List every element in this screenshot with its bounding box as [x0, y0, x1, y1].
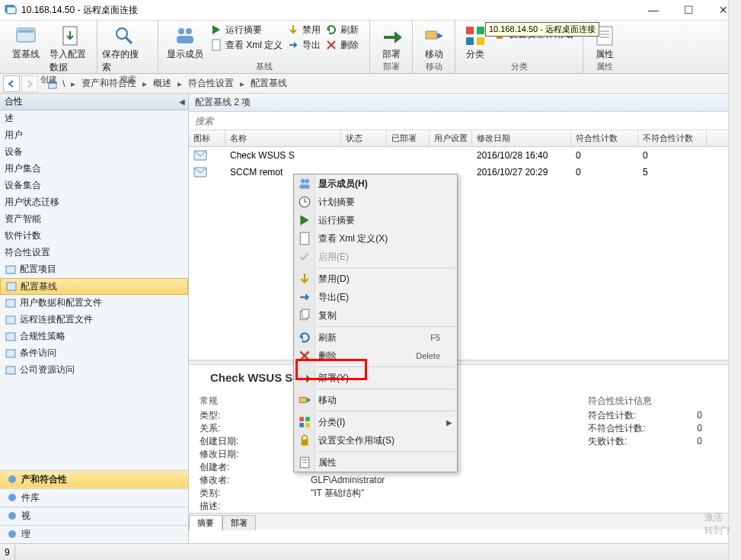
context-menu-item[interactable]: 移动 [294, 391, 457, 409]
nav-item[interactable]: 设备 [0, 144, 188, 161]
disable-button[interactable]: 禁用 [286, 22, 322, 37]
nav-item[interactable]: 软件计数 [0, 228, 188, 245]
svg-marker-17 [437, 33, 443, 39]
svg-rect-21 [477, 37, 484, 45]
context-menu-item[interactable]: 查看 Xml 定义(X) [294, 229, 457, 248]
show-members-button[interactable]: 显示成员 [163, 22, 207, 61]
nav-item[interactable]: 资产智能 [0, 211, 188, 228]
column-header[interactable]: 名称 [225, 130, 341, 146]
folder-icon [5, 280, 18, 293]
context-menu-item[interactable]: 刷新F5 [294, 328, 457, 347]
collapse-icon[interactable]: ◀ [179, 98, 185, 106]
run-summary-button[interactable]: 运行摘要 [209, 22, 284, 37]
tab-deploy[interactable]: 部署 [222, 515, 256, 530]
context-menu-item[interactable]: 导出(E) [294, 288, 457, 306]
horizontal-splitter[interactable] [189, 360, 741, 365]
table-row[interactable]: Check WSUS S2016/10/28 16:4000 [189, 147, 741, 164]
create-baseline-button[interactable]: 置基线 [5, 22, 48, 61]
nav-item[interactable]: 符合性设置 [0, 245, 188, 261]
nav-section[interactable]: 视 [0, 507, 188, 525]
svg-rect-11 [212, 40, 220, 50]
table-row[interactable]: SCCM remot2016/10/27 20:2905 [189, 164, 741, 181]
svg-rect-3 [18, 30, 34, 33]
details-panel: Check WSUS Ser 常规 类型: 关系: 创建日期:2016/10/2… [189, 365, 741, 544]
svg-rect-1 [7, 7, 16, 14]
maximize-button[interactable]: ☐ [671, 0, 706, 20]
context-menu-item[interactable]: 属性 [294, 453, 457, 472]
nav-item[interactable]: 用户数据和配置文件 [0, 295, 188, 312]
deploy-button[interactable]: 部署 [375, 22, 407, 61]
svg-rect-44 [299, 184, 310, 189]
context-menu-item[interactable]: 计划摘要 [294, 193, 457, 211]
nav-item[interactable]: 配置基线 [0, 278, 188, 295]
section-label: 符合性统计信息 [588, 395, 702, 408]
column-header[interactable]: 已部署 [387, 130, 430, 146]
column-header[interactable]: 图标 [189, 130, 225, 146]
context-menu-item[interactable]: 复制 [294, 306, 457, 325]
import-config-button[interactable]: 导入配置数据 [50, 22, 93, 74]
rdp-icon [5, 4, 17, 16]
folder-icon [5, 331, 17, 343]
export-button[interactable]: 导出 [286, 37, 322, 53]
nav-item[interactable]: 述 [0, 110, 188, 127]
move-button[interactable]: 移动 [417, 22, 450, 61]
rdp-tooltip: 10.168.14.50 - 远程桌面连接 [485, 22, 599, 37]
column-header[interactable]: 符合性计数 [571, 130, 638, 146]
scrollbar[interactable] [728, 94, 741, 543]
nav-item[interactable]: 用户集合 [0, 161, 188, 178]
nav-item[interactable]: 用户 [0, 127, 188, 144]
play-icon [298, 213, 311, 227]
folder-icon [5, 364, 17, 376]
context-menu-item[interactable]: 禁用(D) [294, 270, 457, 288]
delete-button[interactable]: 删除 [324, 37, 360, 53]
context-menu-item[interactable]: 分类(I)▶ [294, 413, 457, 431]
refresh-button[interactable]: 刷新 [324, 22, 360, 37]
context-menu-item[interactable]: 删除Delete [294, 347, 457, 365]
down-icon [298, 272, 311, 286]
nav-section[interactable]: 产和符合性 [0, 470, 188, 488]
nav-section[interactable]: 件库 [0, 488, 188, 507]
folder-icon [5, 297, 17, 309]
svg-rect-30 [7, 283, 16, 290]
breadcrumb-item[interactable]: 配置基线 [249, 77, 289, 90]
nav-item[interactable]: 公司资源访问 [0, 362, 188, 379]
context-menu-item[interactable]: 运行摘要 [294, 211, 457, 229]
nav-section[interactable]: 理 [0, 525, 188, 543]
svg-point-7 [178, 28, 184, 34]
saved-search-button[interactable]: 保存的搜索 [102, 22, 146, 74]
svg-point-37 [8, 494, 16, 501]
grid-icon [463, 24, 487, 48]
search-input[interactable] [189, 112, 741, 130]
column-header[interactable]: 用户设置 [430, 130, 472, 146]
breadcrumb-item[interactable]: 概述 [152, 77, 173, 90]
column-header[interactable]: 状态 [341, 130, 387, 146]
section-icon [6, 510, 18, 522]
svg-rect-33 [6, 333, 15, 341]
context-menu-item[interactable]: 部署(Y) [294, 369, 457, 387]
titlebar: 10.168.14.50 - 远程桌面连接 — ☐ ✕ [0, 0, 741, 21]
context-menu-item[interactable]: 显示成员(H) [294, 174, 457, 193]
column-header[interactable]: 修改日期 [472, 130, 571, 146]
lock-icon [298, 434, 311, 447]
deploy-icon [298, 371, 311, 385]
nav-item[interactable]: 合规性策略 [0, 328, 188, 345]
svg-point-43 [305, 179, 310, 184]
forward-button[interactable] [21, 75, 38, 92]
move-icon [422, 24, 446, 48]
column-header[interactable]: 不符合性计数 [638, 130, 707, 146]
breadcrumb-item[interactable]: 符合性设置 [187, 77, 235, 90]
context-menu-item[interactable]: 设置安全作用域(S) [294, 431, 457, 450]
tab-summary[interactable]: 摘要 [189, 515, 222, 530]
minimize-button[interactable]: — [636, 0, 671, 20]
svg-rect-56 [299, 417, 304, 421]
svg-point-8 [186, 28, 192, 34]
nav-item[interactable]: 远程连接配置文件 [0, 312, 188, 328]
svg-marker-53 [299, 375, 311, 383]
nav-item[interactable]: 设备集合 [0, 178, 188, 194]
ribbon-group-label: 部署 [375, 61, 407, 73]
nav-item[interactable]: 用户状态迁移 [0, 194, 188, 211]
nav-item[interactable]: 条件访问 [0, 345, 188, 362]
view-xml-button[interactable]: 查看 Xml 定义 [209, 37, 284, 53]
details-tabs: 摘要 部署 [189, 513, 741, 530]
nav-item[interactable]: 配置项目 [0, 261, 188, 278]
